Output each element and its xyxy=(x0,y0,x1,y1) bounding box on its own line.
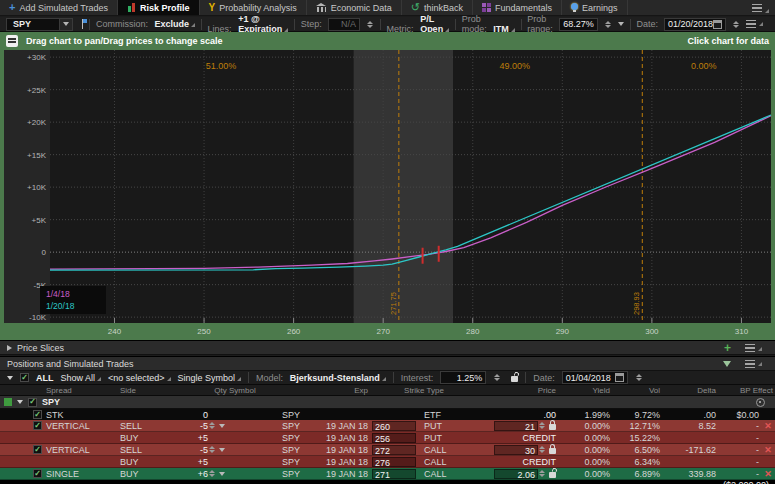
exp-cell[interactable]: 19 JAN 18 xyxy=(302,444,370,455)
model-dropdown[interactable]: Model: Bjerksund-Stensland xyxy=(256,373,386,383)
col-yield[interactable]: Yield xyxy=(558,385,612,395)
selection-dropdown[interactable]: <no selected> xyxy=(108,373,171,383)
spread-cell[interactable]: VERTICAL xyxy=(44,420,118,431)
price-value[interactable]: 21 xyxy=(494,421,538,431)
price-slices-header[interactable]: Price Slices + xyxy=(0,340,775,355)
metric-dropdown[interactable]: Metric: P/L Open xyxy=(387,14,450,34)
commission-dropdown[interactable]: Commission: Exclude xyxy=(96,19,195,29)
position-row-buy[interactable]: BUY+5SPY19 JAN 18256PUTCREDIT0.00%15.22%… xyxy=(0,432,775,444)
risk-profile-chart[interactable]: +30K+25K+20K+15K+10K+5K0-5K-10K240250260… xyxy=(0,50,775,340)
spread-cell[interactable]: STK xyxy=(44,409,118,420)
lock-open-icon[interactable] xyxy=(549,472,556,478)
prob-mode-dropdown[interactable]: Prob mode: ITM xyxy=(462,14,515,34)
qty-stepper[interactable] xyxy=(208,446,216,453)
symbol-flag-icon[interactable] xyxy=(79,19,83,29)
tab-economic-data[interactable]: Economic Data xyxy=(307,0,402,15)
strike-cell[interactable]: 260 xyxy=(370,420,422,431)
side-cell[interactable]: SELL xyxy=(118,444,168,455)
remove-cell[interactable]: ✕ xyxy=(761,420,775,431)
type-cell[interactable]: ETF xyxy=(422,409,478,420)
row-checkbox[interactable]: ✓ xyxy=(33,445,42,454)
qty-caret-icon[interactable] xyxy=(219,448,225,452)
menu-icon[interactable] xyxy=(746,20,756,28)
remove-cell[interactable]: ✕ xyxy=(761,444,775,455)
col-bp-effect[interactable]: BP Effect xyxy=(718,385,775,395)
step-input[interactable]: N/A xyxy=(328,18,360,31)
lock-icon[interactable] xyxy=(549,424,556,430)
tab-fundamentals[interactable]: Fundamentals xyxy=(473,0,562,15)
exp-cell[interactable]: 19 JAN 18 xyxy=(302,456,370,467)
lock-icon[interactable] xyxy=(549,448,556,454)
type-cell[interactable]: CALL xyxy=(422,444,478,455)
col-strike-type[interactable]: Strike Type xyxy=(370,385,478,395)
strike-cell[interactable]: 271 xyxy=(370,468,422,479)
menu-icon[interactable] xyxy=(745,344,755,352)
expand-arrow-icon[interactable] xyxy=(17,400,23,404)
price-stepper[interactable] xyxy=(538,446,546,453)
date-input[interactable]: 01/20/2018 xyxy=(664,18,726,31)
calendar-icon[interactable] xyxy=(713,20,722,29)
positions-header[interactable]: Positions and Simulated Trades xyxy=(0,356,775,371)
prob-range-dropdown-icon[interactable] xyxy=(618,22,624,26)
price-cell[interactable]: 21 xyxy=(478,420,558,431)
tab-probability-analysis[interactable]: YProbability Analysis xyxy=(200,0,307,15)
tab-risk-profile[interactable]: Risk Profile xyxy=(118,0,200,15)
side-cell[interactable]: BUY xyxy=(118,432,168,443)
qty-stepper[interactable] xyxy=(208,470,216,477)
strike-cell[interactable]: 272 xyxy=(370,444,422,455)
type-cell[interactable]: CALL xyxy=(422,456,478,467)
qty-cell[interactable]: 0 xyxy=(168,409,240,420)
expand-arrow-icon[interactable] xyxy=(7,376,13,380)
type-cell[interactable]: PUT xyxy=(422,432,478,443)
side-cell[interactable]: BUY xyxy=(118,468,168,479)
add-slice-icon[interactable]: + xyxy=(724,343,731,353)
price-stepper[interactable] xyxy=(538,422,546,429)
qty-cell[interactable]: +5 xyxy=(168,456,240,467)
col-qty-symbol[interactable]: Qty Symbol xyxy=(168,385,302,395)
tab-thinkback[interactable]: ↺thinkBack xyxy=(402,0,473,15)
price-cell[interactable]: 2.06 xyxy=(478,468,558,479)
menu-icon[interactable] xyxy=(752,4,762,12)
qty-caret-icon[interactable] xyxy=(219,424,225,428)
positions-date-input[interactable]: 01/04/2018 xyxy=(562,371,628,384)
remove-icon[interactable]: ✕ xyxy=(764,445,772,455)
calendar-icon[interactable] xyxy=(615,373,624,382)
row-checkbox[interactable]: ✓ xyxy=(33,421,42,430)
lines-dropdown[interactable]: Lines: +1 @ Expiration xyxy=(208,14,289,34)
prob-range-input[interactable]: 68.27% xyxy=(559,18,598,31)
col-vol[interactable]: Vol xyxy=(612,385,662,395)
tab-earnings[interactable]: Earnings xyxy=(562,0,628,15)
qty-cell[interactable]: +6 xyxy=(168,468,240,479)
strike-cell[interactable] xyxy=(370,409,422,420)
position-row-stk[interactable]: ✓STK0SPYETF.001.99%9.72%.00$0.00 xyxy=(0,409,775,420)
interest-stepper[interactable] xyxy=(493,374,501,381)
remove-cell[interactable]: ✕ xyxy=(761,468,775,479)
col-price[interactable]: Price xyxy=(478,385,558,395)
type-cell[interactable]: PUT xyxy=(422,420,478,431)
spread-cell[interactable]: VERTICAL xyxy=(44,444,118,455)
price-cell[interactable]: .00 xyxy=(478,409,558,420)
lock-open-icon[interactable] xyxy=(511,376,518,382)
strike-cell[interactable]: 276 xyxy=(370,456,422,467)
qty-stepper[interactable] xyxy=(208,422,216,429)
row-checkbox[interactable]: ✓ xyxy=(33,410,42,419)
row-checkbox[interactable]: ✓ xyxy=(33,469,42,478)
symbol-selector[interactable]: SPY xyxy=(6,18,73,31)
group-checkbox[interactable]: ✓ xyxy=(28,398,37,407)
side-cell[interactable]: BUY xyxy=(118,456,168,467)
collapsed-arrow-icon[interactable] xyxy=(7,345,12,351)
price-value[interactable]: 2.06 xyxy=(494,469,538,479)
date-stepper[interactable] xyxy=(732,21,740,28)
exp-cell[interactable] xyxy=(302,409,370,420)
col-side[interactable]: Side xyxy=(118,385,168,395)
position-row-vertical[interactable]: ✓VERTICALSELL-5SPY19 JAN 18272CALL300.00… xyxy=(0,444,775,456)
price-stepper[interactable] xyxy=(538,470,546,477)
prob-range-stepper[interactable] xyxy=(604,21,612,28)
group-filter-dropdown[interactable]: Show All xyxy=(61,373,102,383)
qty-caret-icon[interactable] xyxy=(219,472,225,476)
price-cell[interactable]: CREDIT xyxy=(478,432,558,443)
qty-cell[interactable]: -5 xyxy=(168,444,240,455)
side-cell[interactable]: SELL xyxy=(118,420,168,431)
exp-cell[interactable]: 19 JAN 18 xyxy=(302,468,370,479)
gear-icon[interactable] xyxy=(756,398,765,407)
